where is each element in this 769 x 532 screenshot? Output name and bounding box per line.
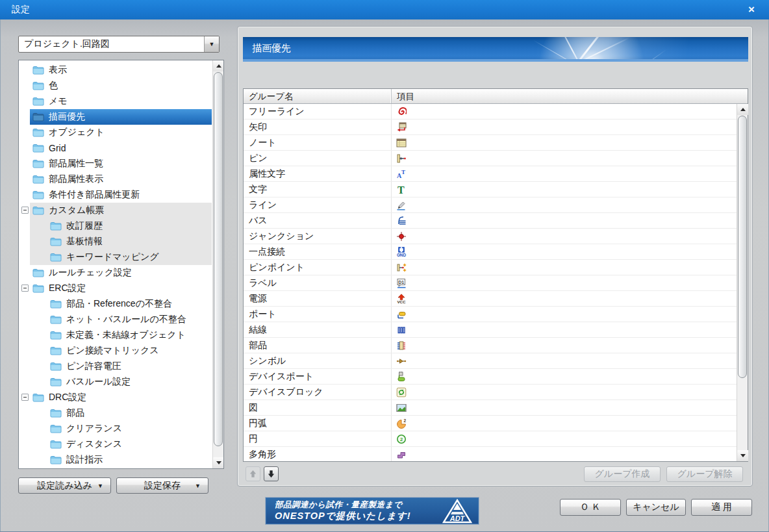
table-scrollbar[interactable] (737, 104, 748, 461)
column-header-group[interactable]: グループ名 (244, 89, 392, 103)
tree-item[interactable]: クリアランス (19, 421, 212, 437)
scroll-up-icon[interactable] (737, 104, 748, 115)
tree-item[interactable]: 表示 (19, 62, 212, 78)
title-bar: 設定 × (0, 0, 769, 19)
table-row[interactable]: ライン (244, 197, 737, 213)
tree-item[interactable]: 部品属性表示 (19, 171, 212, 187)
move-down-button[interactable] (264, 466, 279, 481)
scope-dropdown[interactable]: プロジェクト.回路図 ▼ (18, 36, 220, 53)
tree-item[interactable]: 色 (19, 78, 212, 94)
group-name-cell: ピンポイント (244, 260, 392, 275)
tree-item[interactable]: メモ (19, 94, 212, 109)
attribute-text-icon: AT (396, 168, 407, 179)
table-row[interactable]: 結線 (244, 322, 737, 338)
tree-item[interactable]: 部品 (19, 405, 212, 421)
item-cell (392, 353, 737, 368)
chevron-down-icon[interactable]: ▼ (204, 36, 219, 52)
table-row[interactable]: ジャンクション (244, 229, 737, 244)
table-row[interactable]: デバイスブロック (244, 385, 737, 400)
tree-item[interactable]: ピン許容電圧 (19, 359, 212, 374)
tree-item[interactable]: 改訂履歴 (19, 218, 212, 234)
ad-banner[interactable]: 部品調達から試作・量産製造まで ONESTOPで提供いたします! ADT (265, 497, 479, 525)
item-cell (392, 151, 737, 166)
tree-item[interactable]: 描画優先 (19, 109, 212, 125)
table-row[interactable]: デバイスポート (244, 369, 737, 385)
table-row[interactable]: 図 (244, 400, 737, 416)
folder-icon (50, 299, 62, 309)
table-row[interactable]: ポート (244, 307, 737, 322)
tree-item[interactable]: 未定義・未結線オブジェクト (19, 327, 212, 343)
group-remove-label: グループ解除 (677, 468, 733, 480)
tree-item[interactable]: Grid (19, 140, 212, 156)
tree-item[interactable]: ルールチェック設定 (19, 265, 212, 281)
tree-item[interactable]: 基板情報 (19, 234, 212, 249)
table-row[interactable]: 一点接続GND (244, 244, 737, 260)
group-name-cell: ジャンクション (244, 229, 392, 244)
tree-item[interactable]: 部品属性一覧 (19, 156, 212, 171)
column-header-item[interactable]: 項目 (392, 89, 748, 103)
scope-dropdown-value: プロジェクト.回路図 (19, 38, 204, 50)
tree-item[interactable]: 条件付き部品属性更新 (19, 187, 212, 203)
table-scrollbar-thumb[interactable] (738, 116, 747, 378)
tree-item-label: キーワードマッピング (66, 251, 159, 263)
tree-item-label: 条件付き部品属性更新 (49, 189, 140, 201)
tree-item[interactable]: キーワードマッピング (19, 249, 212, 265)
settings-save-button[interactable]: 設定保存 ▼ (116, 477, 208, 494)
tree-item[interactable]: ディスタンス (19, 437, 212, 452)
table-row[interactable]: ピン (244, 151, 737, 166)
table-row[interactable]: 部品 (244, 338, 737, 353)
group-remove-button: グループ解除 (666, 466, 743, 482)
tree-item-label: DRC設定 (49, 392, 86, 403)
folder-icon (32, 268, 44, 277)
table-row[interactable]: フリーライン (244, 104, 737, 120)
ok-button[interactable]: Ｏ Ｋ (560, 499, 621, 516)
tree-item[interactable]: バスルール設定 (19, 374, 212, 390)
table-row[interactable]: ノート (244, 135, 737, 151)
collapse-minus-icon[interactable] (21, 207, 29, 214)
power-icon: VCC (396, 293, 407, 304)
drawing-priority-panel: 描画優先 グループ名 項目 フリーライン矢印ノートピン属性文字AT文字Tラインバ… (237, 26, 753, 487)
settings-load-button[interactable]: 設定読み込み ▼ (18, 477, 111, 494)
tree-item-label: メモ (49, 95, 68, 107)
tree-item[interactable]: 設計指示 (19, 452, 212, 468)
table-row[interactable]: 電源VCC (244, 291, 737, 307)
table-row[interactable]: 矢印 (244, 120, 737, 135)
tree-item-label: クリアランス (66, 423, 122, 435)
table-row[interactable]: 円2 (244, 431, 737, 447)
tree-scrollbar[interactable] (212, 60, 223, 468)
close-icon[interactable]: × (743, 3, 760, 17)
item-cell (392, 400, 737, 415)
table-row[interactable]: 文字T (244, 182, 737, 197)
collapse-minus-icon[interactable] (21, 394, 29, 401)
table-row[interactable]: シンボル (244, 353, 737, 369)
table-row[interactable]: ピンポイント (244, 260, 737, 275)
tree-item-label: ルールチェック設定 (49, 267, 132, 279)
apply-button[interactable]: 適 用 (691, 499, 752, 516)
item-cell (392, 338, 737, 353)
tree-item[interactable]: カスタム帳票 (19, 203, 212, 218)
tree-scrollbar-thumb[interactable] (214, 72, 223, 446)
tree-item[interactable]: ERC設定 (19, 281, 212, 296)
port-icon (396, 309, 407, 320)
tree-item[interactable]: ピン接続マトリックス (19, 343, 212, 359)
svg-text:T: T (401, 169, 405, 175)
table-row[interactable]: 属性文字AT (244, 166, 737, 182)
scroll-down-icon[interactable] (737, 450, 748, 461)
table-row[interactable]: 円弧2 (244, 416, 737, 431)
scroll-up-icon[interactable] (213, 60, 224, 71)
tree-item-label: 部品属性一覧 (49, 158, 103, 170)
scroll-down-icon[interactable] (213, 457, 224, 468)
group-name-cell: 一点接続 (244, 244, 392, 259)
tree-item[interactable]: 部品・Referenceの不整合 (19, 296, 212, 312)
table-row[interactable]: ラベルD1 (244, 275, 737, 291)
collapse-minus-icon[interactable] (21, 285, 29, 292)
item-cell (392, 120, 737, 134)
cancel-button[interactable]: キャンセル (626, 499, 686, 516)
table-row[interactable]: バス (244, 213, 737, 229)
tree-item[interactable]: DRC設定 (19, 390, 212, 405)
table-row[interactable]: 多角形 (244, 447, 737, 461)
tree-item[interactable]: ネット・バスルールの不整合 (19, 312, 212, 327)
section-header-underline (243, 59, 748, 62)
tree-item[interactable]: オブジェクト (19, 125, 212, 140)
group-name-cell: 図 (244, 400, 392, 415)
